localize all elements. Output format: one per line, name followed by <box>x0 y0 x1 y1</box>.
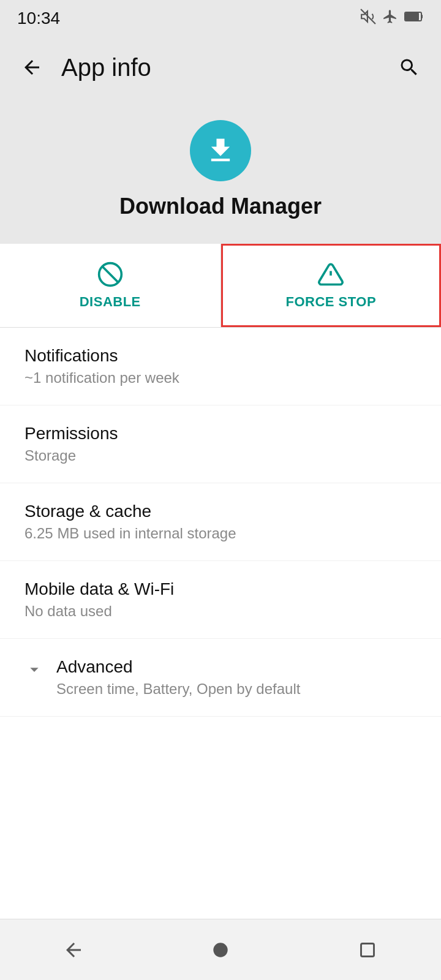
app-name: Download Manager <box>119 194 322 219</box>
mobile-data-content: Mobile data & Wi-Fi No data used <box>24 579 174 620</box>
search-button[interactable] <box>392 50 426 85</box>
force-stop-button[interactable]: FORCE STOP <box>221 244 442 327</box>
bottom-nav <box>0 919 441 980</box>
permissions-subtitle: Storage <box>24 447 118 464</box>
permissions-content: Permissions Storage <box>24 424 118 464</box>
storage-content: Storage & cache 6.25 MB used in internal… <box>24 502 236 542</box>
mobile-data-item[interactable]: Mobile data & Wi-Fi No data used <box>0 561 441 639</box>
storage-title: Storage & cache <box>24 502 236 521</box>
svg-rect-2 <box>405 13 419 20</box>
back-button[interactable] <box>15 50 49 85</box>
chevron-down-icon <box>24 657 44 679</box>
app-icon <box>190 120 251 181</box>
svg-rect-8 <box>361 943 374 956</box>
status-bar: 10:34 <box>0 0 441 37</box>
status-time: 10:34 <box>17 9 60 28</box>
status-icons <box>360 9 424 28</box>
app-bar-left: App info <box>15 50 151 85</box>
mute-icon <box>360 9 376 28</box>
action-row: DISABLE FORCE STOP <box>0 244 441 328</box>
app-header: Download Manager <box>0 98 441 244</box>
notifications-item[interactable]: Notifications ~1 notification per week <box>0 328 441 405</box>
notifications-content: Notifications ~1 notification per week <box>24 346 179 386</box>
permissions-title: Permissions <box>24 424 118 443</box>
battery-icon <box>404 10 424 26</box>
back-nav-button[interactable] <box>49 925 98 974</box>
home-nav-button[interactable] <box>196 925 245 974</box>
storage-item[interactable]: Storage & cache 6.25 MB used in internal… <box>0 483 441 561</box>
recents-nav-button[interactable] <box>343 925 392 974</box>
svg-point-7 <box>213 943 227 957</box>
advanced-content: Advanced Screen time, Battery, Open by d… <box>56 657 300 698</box>
svg-line-4 <box>102 266 118 282</box>
permissions-item[interactable]: Permissions Storage <box>0 405 441 483</box>
storage-subtitle: 6.25 MB used in internal storage <box>24 525 236 542</box>
app-bar: App info <box>0 37 441 98</box>
advanced-subtitle: Screen time, Battery, Open by default <box>56 680 300 698</box>
notifications-subtitle: ~1 notification per week <box>24 369 179 386</box>
airplane-icon <box>382 9 398 28</box>
advanced-title: Advanced <box>56 657 300 677</box>
menu-list: Notifications ~1 notification per week P… <box>0 328 441 919</box>
page-title: App info <box>61 54 151 81</box>
mobile-data-title: Mobile data & Wi-Fi <box>24 579 174 599</box>
notifications-title: Notifications <box>24 346 179 366</box>
advanced-item[interactable]: Advanced Screen time, Battery, Open by d… <box>0 639 441 717</box>
disable-label: DISABLE <box>80 294 141 310</box>
force-stop-label: FORCE STOP <box>285 294 376 310</box>
mobile-data-subtitle: No data used <box>24 603 174 620</box>
disable-button[interactable]: DISABLE <box>0 244 221 327</box>
